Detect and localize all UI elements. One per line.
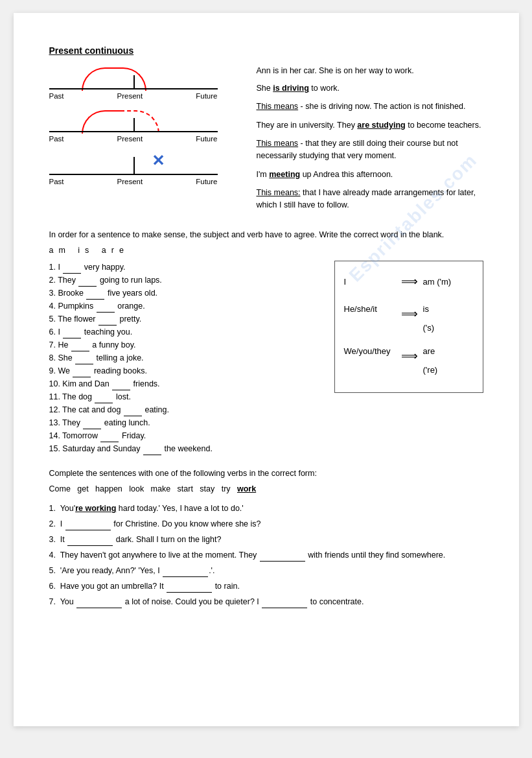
- arch-solid-1: [82, 67, 146, 91]
- right-text: Ann is in her car. She is on her way to …: [257, 65, 483, 217]
- tick-2: [133, 118, 135, 132]
- sentence-9: 9. We reading books.: [49, 364, 321, 377]
- pronoun-row-1: I ⟹ am ('m): [344, 269, 474, 295]
- bold-1: is driving: [273, 84, 309, 93]
- diagram-2: Past Present Future: [49, 108, 244, 141]
- para-3b: This means: that I have already made arr…: [257, 187, 483, 212]
- blank-ex2-4: [260, 561, 305, 562]
- timeline-line-2: [49, 131, 218, 132]
- arch-right-2: [121, 110, 159, 134]
- pronoun-i: I: [344, 273, 396, 292]
- para-2b: This means - that they are still doing t…: [257, 137, 483, 163]
- exercise-2-section: Complete the sentences with one of the f…: [49, 467, 483, 608]
- label-future-2: Future: [196, 135, 217, 143]
- diagram-3: ✕ Past Present Future: [49, 150, 244, 184]
- exercise-1-words: am is are: [49, 244, 483, 257]
- pronoun-weyouthey: We/you/they: [344, 342, 396, 361]
- sentence-8: 8. She telling a joke.: [49, 351, 321, 364]
- exercise-1-section: In order for a sentence to make sense, t…: [49, 228, 483, 455]
- sentence-7: 7. He a funny boy.: [49, 338, 321, 351]
- ex2-sentence-7: 7. You a lot of noise. Could you be quie…: [49, 595, 483, 608]
- exercise-1-intro: In order for a sentence to make sense, t…: [49, 228, 483, 241]
- ex2-sentence-3: 3. It dark. Shall I turn on the light?: [49, 533, 483, 546]
- ex2-sentence-1: 1. You're working hard today.' Yes, I ha…: [49, 502, 483, 515]
- sentence-4: 4. Pumpkins orange.: [49, 300, 321, 313]
- sentence-2: 2. They going to run laps.: [49, 274, 321, 287]
- timeline-1: Past Present Future: [49, 65, 218, 99]
- timeline-3: ✕ Past Present Future: [49, 150, 218, 184]
- sentence-5: 5. The flower pretty.: [49, 313, 321, 326]
- diagram-1: Past Present Future: [49, 65, 244, 99]
- pronoun-box: I ⟹ am ('m) He/she/it ⟹ is('s) We/you/th…: [334, 261, 483, 393]
- arch-left-2: [82, 110, 121, 134]
- exercise-left: 1. I very happy. 2. They going to run la…: [49, 261, 321, 455]
- blank-ex2-7a: [76, 608, 122, 608]
- exercise-row: 1. I very happy. 2. They going to run la…: [49, 261, 483, 455]
- blank-ex2-6: [167, 592, 212, 593]
- label-present-2: Present: [117, 135, 143, 143]
- diagrams-section: Past Present Future Past Present F: [49, 65, 483, 217]
- verb-make: make: [151, 484, 171, 493]
- timeline-labels-2: Past Present Future: [49, 135, 218, 143]
- label-future-1: Future: [196, 92, 217, 100]
- para-1b: She is driving to work.: [257, 82, 483, 95]
- timeline-line-3: [49, 174, 218, 175]
- this-means-3: This means:: [257, 188, 301, 197]
- sentence-6: 6. I teaching you.: [49, 326, 321, 338]
- sentence-10: 10. Kim and Dan friends.: [49, 377, 321, 390]
- arrow-2: ⟹: [401, 302, 418, 327]
- ex2-sentence-5: 5. 'Are you ready, Ann?' 'Yes, I .'.: [49, 564, 483, 577]
- bold-2: are studying: [357, 121, 405, 130]
- sentence-13: 13. They eating lunch.: [49, 416, 321, 429]
- tick-3: [133, 157, 135, 175]
- pronoun-row-3: We/you/they ⟹ are('re): [344, 342, 474, 379]
- sentence-11: 11. The dog lost.: [49, 390, 321, 403]
- bold-3: meeting: [269, 170, 300, 179]
- timeline-labels-1: Past Present Future: [49, 92, 218, 100]
- verb-work: work: [237, 484, 256, 493]
- blank-ex2-5: [163, 576, 208, 577]
- label-past-1: Past: [49, 92, 64, 100]
- label-present-3: Present: [117, 178, 143, 185]
- sentence-3: 3. Brooke five years old.: [49, 287, 321, 300]
- blank-ex2-2: [65, 530, 111, 530]
- para-3a: I'm meeting up Andrea this afternoon.: [257, 169, 483, 181]
- arrow-3: ⟹: [401, 344, 418, 370]
- para-2a: They are in university. They are studyin…: [257, 119, 483, 132]
- sentence-15: 15. Saturday and Sunday the weekend.: [49, 442, 321, 455]
- verb-happen: happen: [95, 484, 122, 493]
- pronoun-row-2: He/she/it ⟹ is('s): [344, 300, 474, 337]
- label-past-3: Past: [49, 178, 64, 185]
- exercise-2-verbs: Come get happen look make start stay try…: [49, 482, 483, 495]
- this-means-2: This means: [257, 139, 299, 148]
- ex2-sentence-2: 2. I for Christine. Do you know where sh…: [49, 517, 483, 530]
- verb-look: look: [129, 484, 144, 493]
- you-text: You: [60, 597, 74, 606]
- verb-is: is('s): [423, 300, 435, 337]
- ex2-sentence-6: 6. Have you got an umbrella? It to rain.: [49, 580, 483, 593]
- verb-come: Come: [49, 484, 71, 493]
- sentence-1: 1. I very happy.: [49, 261, 321, 274]
- x-mark-3: ✕: [152, 153, 165, 169]
- tick-1: [133, 75, 135, 89]
- exercise-2-list: 1. You're working hard today.' Yes, I ha…: [49, 502, 483, 608]
- para-1c: This means - she is driving now. The act…: [257, 101, 483, 113]
- label-past-2: Past: [49, 135, 64, 143]
- sentence-14: 14. Tomorrow Friday.: [49, 429, 321, 442]
- verb-are: are('re): [423, 342, 438, 379]
- para-1a: Ann is in her car. She is on her way to …: [257, 65, 483, 77]
- page: Esprintables.com Present continuous Past…: [14, 13, 519, 726]
- verb-stay: stay: [200, 484, 214, 493]
- bold-working: re working: [75, 504, 116, 513]
- verb-try: try: [222, 484, 231, 493]
- verb-am: am ('m): [423, 273, 452, 292]
- ex2-sentence-4: 4. They haven't got anywhere to live at …: [49, 549, 483, 562]
- exercise-2-intro: Complete the sentences with one of the f…: [49, 467, 483, 480]
- sentence-12: 12. The cat and dog eating.: [49, 403, 321, 416]
- label-future-3: Future: [196, 178, 217, 185]
- verb-start: start: [178, 484, 193, 493]
- this-means-1: This means: [257, 102, 299, 111]
- label-present-1: Present: [117, 92, 143, 100]
- timeline-labels-3: Past Present Future: [49, 178, 218, 185]
- blank-ex2-7b: [262, 608, 307, 608]
